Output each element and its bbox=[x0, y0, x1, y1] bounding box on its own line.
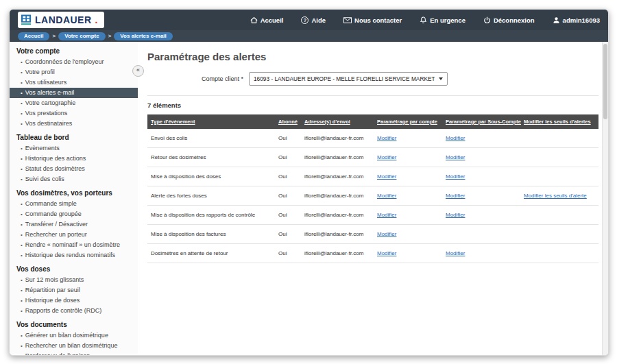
row-account-modify-link[interactable]: Modifier bbox=[377, 212, 396, 218]
items-count: 7 éléments bbox=[147, 95, 598, 114]
sidebar-item[interactable]: Commande groupée bbox=[16, 209, 134, 219]
nav-item-contact[interactable]: Nous contacter bbox=[343, 16, 402, 24]
row-subaccount-modify-link[interactable]: Modifier bbox=[446, 135, 465, 141]
row-account-cell: Modifier bbox=[374, 206, 442, 225]
sidebar-item[interactable]: Rapports de contrôle (RDC) bbox=[16, 306, 134, 316]
sidebar-item-label: Historique des actions bbox=[25, 155, 86, 163]
sidebar-item-label: Rechercher un bilan dosimétrique bbox=[25, 342, 118, 350]
sidebar-item-label: Sur 12 mois glissants bbox=[25, 276, 84, 284]
col-header-type[interactable]: Type d'évènement bbox=[147, 114, 275, 129]
sidebar-collapse-button[interactable]: « bbox=[132, 65, 144, 77]
sidebar-section: Votre compte Coordonnées de l'employeurV… bbox=[16, 47, 134, 129]
sidebar-item[interactable]: Coordonnées de l'employeur bbox=[16, 57, 134, 67]
sidebar-item[interactable]: Rechercher un porteur bbox=[16, 230, 134, 240]
client-account-select[interactable]: 16093 - LANDAUER EUROPE - MELLE FLORELLI… bbox=[249, 72, 448, 86]
breadcrumb-item-account[interactable]: Votre compte bbox=[58, 32, 106, 40]
nav-item-help[interactable]: Aide bbox=[301, 16, 326, 24]
sidebar-item[interactable]: Rechercher un bilan dosimétrique bbox=[16, 341, 134, 351]
client-account-form-row: Compte client * 16093 - LANDAUER EUROPE … bbox=[147, 72, 598, 86]
sidebar-item[interactable]: Vos utilisateurs bbox=[16, 77, 134, 88]
sidebar-item[interactable]: Votre cartographie bbox=[16, 98, 134, 108]
row-type: Mise à disposition des doses bbox=[151, 173, 221, 180]
row-type-cell: Mise à disposition des doses bbox=[147, 167, 275, 186]
col-header-thresholds[interactable]: Modifier les seuils d'alertes bbox=[520, 114, 598, 129]
breadcrumb-item-alerts[interactable]: Vos alertes e-mail bbox=[114, 32, 172, 40]
top-nav-menu: Accueil Aide Nous contacter En urgence bbox=[250, 16, 600, 24]
sidebar-item[interactable]: Répartition par seuil bbox=[16, 285, 134, 295]
row-subaccount-modify-link[interactable]: Modifier bbox=[446, 173, 465, 180]
col-header-subscribed[interactable]: Abonné bbox=[275, 114, 301, 129]
vertical-scrollbar[interactable] bbox=[602, 42, 608, 355]
row-account-modify-link[interactable]: Modifier bbox=[377, 135, 396, 141]
sidebar-item[interactable]: Commande simple bbox=[16, 199, 134, 209]
row-threshold-cell bbox=[520, 129, 598, 148]
sidebar-section-title: Tableau de bord bbox=[16, 134, 134, 141]
col-header-address[interactable]: Adresse(s) d'envoi bbox=[301, 114, 374, 129]
sidebar-item[interactable]: Evènements bbox=[16, 143, 134, 154]
sidebar-section-list: Sur 12 mois glissantsRépartition par seu… bbox=[16, 275, 134, 316]
sidebar-item-label: Vos alertes e-mail bbox=[25, 89, 75, 97]
row-subscribed: Oui bbox=[278, 212, 287, 218]
sidebar-item[interactable]: Transférer / Désactiver bbox=[16, 219, 134, 230]
row-subscribed-cell: Oui bbox=[275, 167, 301, 186]
sidebar-item-label: Répartition par seuil bbox=[25, 287, 80, 295]
row-subaccount-modify-link[interactable]: Modifier bbox=[446, 193, 465, 199]
nav-item-logout[interactable]: Déconnexion bbox=[483, 16, 535, 24]
help-icon bbox=[301, 16, 308, 24]
row-address-cell: iflorelli@landauer-fr.com bbox=[301, 244, 374, 263]
row-subscribed-cell: Oui bbox=[275, 129, 301, 148]
sidebar-item[interactable]: Rendre « nominatif » un dosimètre bbox=[16, 240, 134, 250]
row-subaccount-cell: Modifier bbox=[442, 129, 520, 148]
sidebar-item[interactable]: Sur 12 mois glissants bbox=[16, 275, 134, 285]
col-header-account[interactable]: Paramétrage par compte bbox=[374, 114, 442, 129]
row-type-cell: Envoi des colis bbox=[147, 129, 275, 148]
nav-item-user[interactable]: admin16093 bbox=[553, 16, 600, 24]
sidebar-section: Vos documents Générer un bilan dosimétri… bbox=[16, 321, 134, 356]
row-subaccount-modify-link[interactable]: Modifier bbox=[446, 250, 465, 256]
dropdown-arrow-icon bbox=[439, 77, 443, 80]
scrollbar-thumb[interactable] bbox=[603, 44, 607, 119]
row-address-cell: iflorelli@landauer-fr.com bbox=[301, 186, 374, 206]
sidebar-item-label: Vos utilisateurs bbox=[25, 79, 67, 87]
alerts-table: Type d'évènement Abonné Adresse(s) d'env… bbox=[147, 114, 598, 263]
sidebar-item-label: Historique de doses bbox=[25, 297, 80, 305]
sidebar-item[interactable]: Vos destinataires bbox=[16, 119, 134, 129]
row-type: Dosimètres en attente de retour bbox=[151, 250, 228, 256]
row-account-modify-link[interactable]: Modifier bbox=[377, 154, 396, 160]
sidebar-item[interactable]: Vos prestations bbox=[16, 108, 134, 119]
row-account-modify-link[interactable]: Modifier bbox=[377, 193, 396, 199]
col-header-subaccount[interactable]: Paramétrage par Sous-Compte bbox=[442, 114, 520, 129]
sidebar-item[interactable]: Votre profil bbox=[16, 67, 134, 77]
sidebar-item[interactable]: Historique des rendus nominatifs bbox=[16, 250, 134, 260]
table-row: Mise à disposition des factures Oui iflo… bbox=[147, 225, 598, 244]
row-account-modify-link[interactable]: Modifier bbox=[377, 173, 396, 180]
breadcrumb-item-home[interactable]: Accueil bbox=[18, 32, 49, 40]
row-subscribed: Oui bbox=[278, 173, 287, 180]
row-threshold-modify-link[interactable]: Modifier les seuils d'alerte bbox=[524, 193, 587, 199]
row-threshold-cell bbox=[520, 244, 598, 263]
row-subscribed-cell: Oui bbox=[275, 186, 301, 206]
sidebar-item[interactable]: Bordereaux de livraison bbox=[16, 351, 134, 356]
bell-icon bbox=[420, 16, 427, 24]
sidebar-item[interactable]: Historique des actions bbox=[16, 154, 134, 164]
top-navbar: LANDAUER . Accueil Aide Nous contacter bbox=[10, 10, 608, 30]
row-subaccount-cell: Modifier bbox=[442, 167, 520, 186]
sidebar-item[interactable]: Vos alertes e-mail bbox=[10, 88, 138, 98]
sidebar-item[interactable]: Statut des dosimètres bbox=[16, 164, 134, 174]
sidebar-item[interactable]: Historique de doses bbox=[16, 295, 134, 306]
landauer-logo[interactable]: LANDAUER . bbox=[18, 12, 104, 28]
row-subaccount-modify-link[interactable]: Modifier bbox=[446, 154, 465, 160]
row-subaccount-modify-link[interactable]: Modifier bbox=[446, 212, 465, 218]
nav-item-emergency[interactable]: En urgence bbox=[420, 16, 465, 24]
row-account-cell: Modifier bbox=[374, 225, 442, 244]
row-account-modify-link[interactable]: Modifier bbox=[377, 250, 396, 256]
alerts-table-body: Envoi des colis Oui iflorelli@landauer-f… bbox=[147, 129, 598, 263]
sidebar-section-title: Vos doses bbox=[16, 265, 134, 273]
sidebar-item[interactable]: Suivi des colis bbox=[16, 174, 134, 184]
row-account-modify-link[interactable]: Modifier bbox=[377, 231, 396, 237]
sidebar-item[interactable]: Générer un bilan dosimétrique bbox=[16, 330, 134, 341]
row-type: Mise à disposition des factures bbox=[151, 231, 226, 237]
row-type-cell: Dosimètres en attente de retour bbox=[147, 244, 275, 263]
nav-item-home[interactable]: Accueil bbox=[250, 16, 284, 24]
row-type: Envoi des colis bbox=[151, 135, 187, 141]
